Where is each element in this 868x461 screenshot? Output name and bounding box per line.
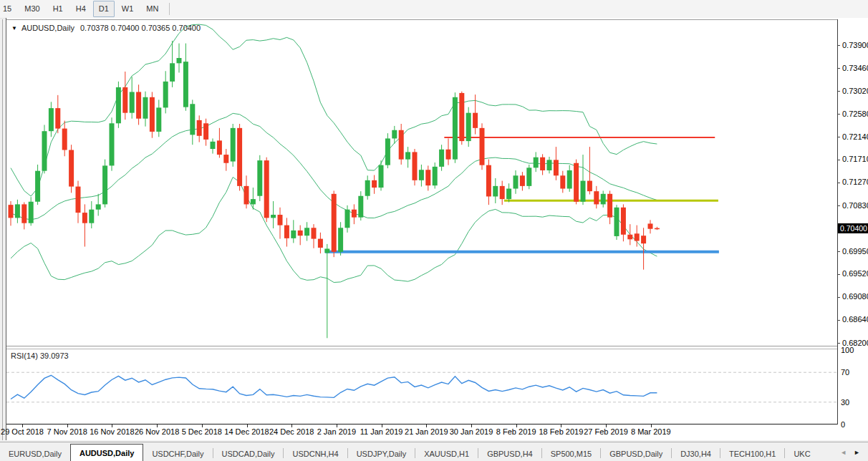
rsi-axis-label: 0 xyxy=(841,420,845,429)
candle xyxy=(439,145,444,171)
chart-tab-usdcad-daily[interactable]: USDCAD,Daily xyxy=(213,446,284,461)
pane-splitter[interactable] xyxy=(6,346,837,346)
chart-tab-dj30-h4[interactable]: DJ30,H4 xyxy=(672,446,720,461)
candle-body xyxy=(271,215,276,218)
timeframe-button-m15[interactable]: 15 xyxy=(0,1,17,17)
candle-body xyxy=(581,181,586,202)
timeframe-button-mn[interactable]: MN xyxy=(140,1,164,17)
candle-body xyxy=(513,175,519,188)
candle-body xyxy=(89,210,94,223)
rsi-indicator-label: RSI(14) 39.0973 xyxy=(11,351,69,360)
date-axis-label: 30 Jan 2019 xyxy=(450,427,493,436)
candle-body xyxy=(76,187,81,213)
candle xyxy=(21,203,26,230)
timeframe-button-h4[interactable]: H4 xyxy=(70,1,92,17)
candle-body xyxy=(223,155,228,163)
candle xyxy=(352,204,357,224)
candle-body xyxy=(42,131,47,170)
chart-tab-ukc-partial[interactable]: UKC xyxy=(785,446,819,461)
candle-body xyxy=(358,196,363,218)
candle-body xyxy=(217,140,222,155)
price-axis-label: 0.70830 xyxy=(842,201,868,210)
candle xyxy=(500,181,505,205)
symbol-dropdown-icon[interactable]: ▼ xyxy=(11,25,17,31)
timeframe-button-h1[interactable]: H1 xyxy=(47,1,69,17)
timeframe-button-w1[interactable]: W1 xyxy=(116,1,140,17)
candle xyxy=(231,124,236,167)
main-pane[interactable] xyxy=(9,24,719,338)
candle-body xyxy=(466,113,471,141)
candle-body xyxy=(291,230,296,238)
candle xyxy=(459,92,464,145)
candle xyxy=(648,220,653,233)
candle-body xyxy=(392,130,397,139)
candle-body xyxy=(244,186,249,205)
candle-body xyxy=(96,204,101,209)
chart-tab-gbpusd-daily[interactable]: GBPUSD,Daily xyxy=(601,446,671,461)
chart-tab-usdjpy-daily[interactable]: USDJPY,Daily xyxy=(348,446,415,461)
price-axis-tick xyxy=(837,45,840,46)
tab-scroll-left-icon[interactable]: ◄ xyxy=(836,449,850,456)
candle-body xyxy=(500,186,505,199)
candle-body xyxy=(231,128,236,162)
candle xyxy=(324,244,329,338)
chart-tab-eurusd-daily[interactable]: EURUSD,Daily xyxy=(0,446,70,461)
candle-body xyxy=(69,150,74,187)
tab-scroll-right-icon[interactable]: ► xyxy=(850,449,864,456)
candle-body xyxy=(110,123,115,165)
candle xyxy=(453,92,458,163)
candle-body xyxy=(399,130,404,160)
candle-body xyxy=(150,97,155,132)
date-axis-label: 16 Nov 2018 xyxy=(90,427,134,436)
chart-tab-bar: EURUSD,Daily AUDUSD,Daily USDCHF,Daily U… xyxy=(0,442,868,461)
candle xyxy=(170,41,175,87)
candle xyxy=(150,92,155,137)
price-axis-tick xyxy=(837,297,840,298)
chart-title-ohlc: 0.70378 0.70400 0.70365 0.70400 xyxy=(80,24,201,32)
price-axis-tick xyxy=(837,320,840,321)
timeframe-button-d1[interactable]: D1 xyxy=(93,1,115,17)
rsi-axis-label: 100 xyxy=(841,346,854,354)
candle xyxy=(264,157,269,223)
chart-tab-gbpusd-h4[interactable]: GBPUSD,H4 xyxy=(478,446,541,461)
candle xyxy=(136,84,141,125)
chart-tab-usdchf-daily[interactable]: USDCHF,Daily xyxy=(143,446,212,461)
candle-body xyxy=(526,168,531,186)
chart-tab-audusd-daily[interactable]: AUDUSD,Daily xyxy=(70,444,143,461)
chart-tab-usdcnh-h4[interactable]: USDCNH,H4 xyxy=(284,446,347,461)
mt4-window: 15 M30 H1 H4 D1 W1 MN ▼AUDUSD,Daily0.703… xyxy=(0,0,868,461)
candle-body xyxy=(587,181,592,192)
rsi-pane[interactable] xyxy=(6,372,837,402)
candle-body xyxy=(540,157,545,170)
candle xyxy=(365,175,370,200)
candle-body xyxy=(365,180,370,196)
candle xyxy=(466,107,471,147)
candle xyxy=(419,165,424,187)
timeframe-button-m30[interactable]: M30 xyxy=(19,1,45,17)
candle xyxy=(480,123,485,170)
price-axis-label: 0.73900 xyxy=(842,41,868,49)
candle xyxy=(332,190,337,257)
candle-body xyxy=(35,171,40,202)
candle-body xyxy=(446,150,451,160)
candle xyxy=(385,133,390,168)
chart-tab-sp500-m15[interactable]: SP500,M15 xyxy=(542,446,600,461)
chart-window: ▼AUDUSD,Daily0.70378 0.70400 0.70365 0.7… xyxy=(6,18,868,440)
candle xyxy=(62,121,67,157)
candle-body xyxy=(211,142,216,149)
candle-body xyxy=(197,120,202,136)
date-axis-label: 18 Feb 2019 xyxy=(539,427,584,436)
price-axis-tick xyxy=(837,274,840,275)
candle xyxy=(257,155,262,201)
candle-body xyxy=(122,87,127,113)
candle-body xyxy=(29,202,34,223)
candle xyxy=(358,191,363,220)
date-axis-label: 2 Jan 2019 xyxy=(317,427,356,436)
chart-tab-tech100-h1[interactable]: TECH100,H1 xyxy=(720,446,784,461)
candle xyxy=(526,165,531,189)
candle xyxy=(35,165,40,205)
chart-tab-xauusd-h1[interactable]: XAUUSD,H1 xyxy=(415,446,478,461)
candle-body xyxy=(534,157,539,168)
price-chart-canvas[interactable] xyxy=(6,18,868,440)
candle xyxy=(217,128,222,158)
